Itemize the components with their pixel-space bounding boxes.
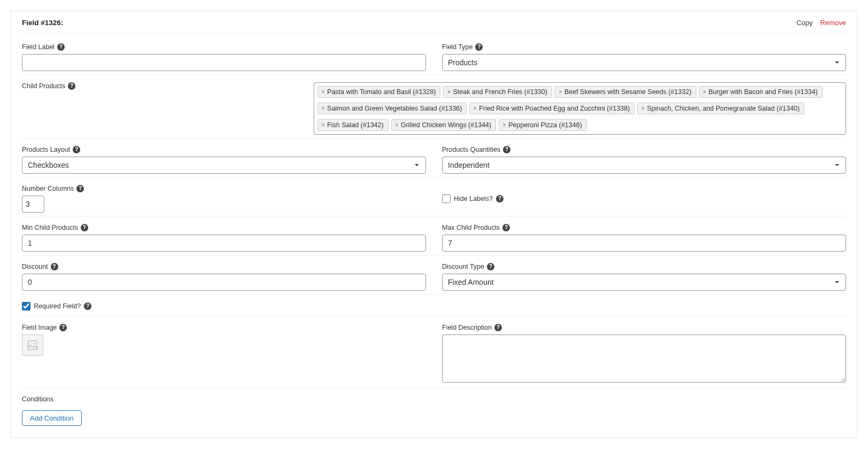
help-icon[interactable]: ?: [51, 263, 58, 270]
child-product-tag-label: Spinach, Chicken, and Pomegranate Salad …: [647, 105, 800, 112]
panel-title: Field #1326:: [22, 19, 63, 27]
max-child-products-input[interactable]: [442, 235, 846, 252]
required-field-checkbox[interactable]: [22, 302, 30, 310]
remove-tag-icon[interactable]: ×: [447, 89, 451, 95]
remove-tag-icon[interactable]: ×: [473, 105, 477, 112]
child-product-tag[interactable]: ×Spinach, Chicken, and Pomegranate Salad…: [637, 103, 804, 114]
child-product-tag[interactable]: ×Burger with Bacon and Fries (#1334): [699, 86, 823, 98]
child-product-tag[interactable]: ×Fried Rice with Poached Egg and Zucchin…: [469, 103, 634, 114]
child-product-tag-label: Steak and French Fries (#1330): [453, 88, 547, 96]
max-child-products-block: Max Child Products ?: [442, 216, 846, 252]
number-columns-input[interactable]: [22, 196, 44, 213]
discount-block: Discount ?: [22, 255, 426, 291]
header-actions: Copy Remove: [796, 19, 846, 27]
child-product-tag[interactable]: ×Steak and French Fries (#1330): [443, 86, 552, 98]
field-description-label: Field Description: [442, 324, 492, 331]
remove-tag-icon[interactable]: ×: [321, 122, 325, 128]
products-quantities-block: Products Quantities ? Independent: [442, 138, 846, 174]
field-label-input[interactable]: [22, 54, 426, 71]
image-placeholder[interactable]: [22, 335, 43, 356]
child-product-tag[interactable]: ×Grilled Chicken Wings (#1344): [391, 119, 497, 131]
remove-tag-icon[interactable]: ×: [321, 89, 325, 95]
child-product-tag-label: Fish Salad (#1342): [327, 121, 384, 129]
help-icon[interactable]: ?: [502, 224, 510, 231]
min-child-products-input[interactable]: [22, 235, 426, 252]
remove-tag-icon[interactable]: ×: [641, 105, 645, 112]
hide-labels-block: Hide Labels? ?: [442, 177, 846, 213]
number-columns-label: Number Columns: [22, 185, 74, 192]
help-icon[interactable]: ?: [494, 324, 502, 331]
conditions-block: Conditions Add Condition: [22, 388, 846, 426]
products-layout-label: Products Layout: [22, 146, 70, 153]
child-product-tag-label: Burger with Bacon and Fries (#1334): [709, 88, 818, 96]
discount-type-label: Discount Type: [442, 263, 484, 270]
field-description-input[interactable]: [442, 335, 846, 383]
svg-rect-0: [28, 341, 37, 350]
required-field-label: Required Field?: [34, 302, 81, 310]
field-image-block: Field Image ?: [22, 316, 426, 384]
remove-link[interactable]: Remove: [820, 19, 846, 27]
help-icon[interactable]: ?: [81, 224, 88, 231]
min-child-products-block: Min Child Products ?: [22, 216, 426, 252]
child-product-tag-label: Salmon and Green Vegetables Salad (#1336…: [327, 105, 462, 112]
child-product-tag-label: Beef Skewers with Sesame Seeds (#1332): [564, 88, 692, 96]
products-quantities-label: Products Quantities: [442, 146, 500, 153]
child-product-tag[interactable]: ×Salmon and Green Vegetables Salad (#133…: [317, 103, 467, 114]
child-product-tag[interactable]: ×Beef Skewers with Sesame Seeds (#1332): [555, 86, 696, 98]
form-grid: Field Label ? Field Type ? Products Chil…: [22, 36, 846, 426]
child-product-tag-label: Fried Rice with Poached Egg and Zucchini…: [479, 105, 630, 112]
help-icon[interactable]: ?: [68, 82, 75, 90]
discount-type-block: Discount Type ? Fixed Amount: [442, 255, 846, 291]
child-product-tag-label: Pasta with Tomato and Basil (#1328): [327, 88, 436, 96]
conditions-label: Conditions: [22, 395, 53, 403]
help-icon[interactable]: ?: [76, 185, 84, 192]
field-label-label: Field Label: [22, 43, 55, 51]
help-icon[interactable]: ?: [503, 146, 510, 153]
svg-point-1: [34, 343, 35, 344]
remove-tag-icon[interactable]: ×: [321, 105, 325, 112]
help-icon[interactable]: ?: [57, 43, 65, 51]
help-icon[interactable]: ?: [487, 263, 494, 270]
child-products-label: Child Products: [22, 82, 65, 90]
field-description-block: Field Description ?: [442, 316, 846, 384]
panel-header: Field #1326: Copy Remove: [22, 19, 846, 34]
remove-tag-icon[interactable]: ×: [502, 122, 506, 128]
image-icon: [27, 339, 38, 351]
discount-type-select[interactable]: Fixed Amount: [442, 274, 846, 291]
field-type-select[interactable]: Products: [442, 54, 846, 71]
products-quantities-select[interactable]: Independent: [442, 157, 846, 174]
products-layout-select[interactable]: Checkboxes: [22, 157, 426, 174]
child-product-tag-label: Grilled Chicken Wings (#1344): [401, 121, 492, 129]
child-products-row: Child Products ? ×Pasta with Tomato and …: [22, 75, 846, 135]
help-icon[interactable]: ?: [475, 43, 483, 51]
child-product-tag[interactable]: ×Pasta with Tomato and Basil (#1328): [317, 86, 440, 98]
help-icon[interactable]: ?: [73, 146, 80, 153]
discount-input[interactable]: [22, 274, 426, 291]
field-type-label: Field Type: [442, 43, 472, 51]
hide-labels-label: Hide Labels?: [454, 195, 493, 203]
remove-tag-icon[interactable]: ×: [703, 89, 707, 95]
child-product-tag[interactable]: ×Fish Salad (#1342): [317, 119, 389, 131]
copy-link[interactable]: Copy: [796, 19, 812, 27]
remove-tag-icon[interactable]: ×: [559, 89, 562, 95]
child-product-tag[interactable]: ×Pepperoni Pizza (#1346): [499, 119, 587, 131]
max-child-products-label: Max Child Products: [442, 224, 500, 231]
field-panel: Field #1326: Copy Remove Field Label ? F…: [11, 11, 857, 438]
help-icon[interactable]: ?: [84, 302, 91, 310]
number-columns-block: Number Columns ?: [22, 177, 426, 213]
child-products-tags[interactable]: ×Pasta with Tomato and Basil (#1328)×Ste…: [314, 82, 846, 135]
field-label-block: Field Label ?: [22, 36, 426, 71]
discount-label: Discount: [22, 263, 48, 270]
help-icon[interactable]: ?: [496, 195, 503, 203]
child-product-tag-label: Pepperoni Pizza (#1346): [508, 121, 582, 129]
field-image-label: Field Image: [22, 324, 57, 331]
remove-tag-icon[interactable]: ×: [395, 122, 399, 128]
hide-labels-checkbox[interactable]: [442, 195, 451, 203]
min-child-products-label: Min Child Products: [22, 224, 78, 231]
help-icon[interactable]: ?: [59, 324, 67, 331]
add-condition-button[interactable]: Add Condition: [22, 410, 82, 426]
field-type-block: Field Type ? Products: [442, 36, 846, 71]
products-layout-block: Products Layout ? Checkboxes: [22, 138, 426, 174]
required-field-block: Required Field? ?: [22, 294, 846, 313]
